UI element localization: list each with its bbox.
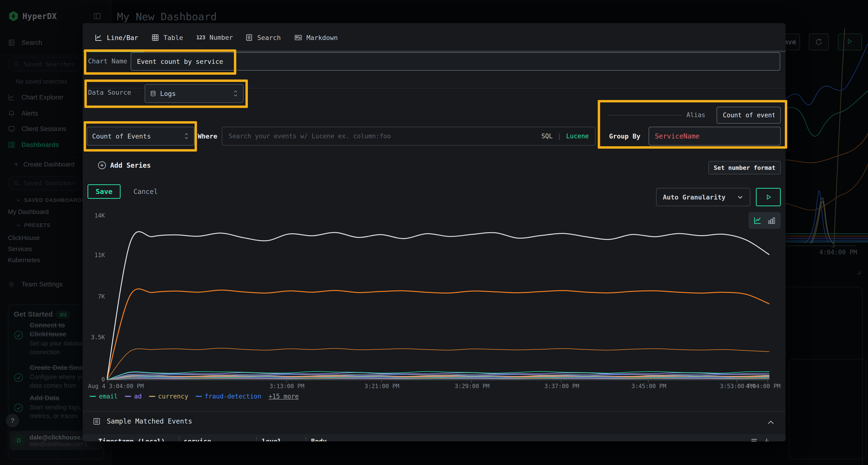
data-source-value: Logs <box>160 90 176 97</box>
chart-legend: email ad currency fraud-detection +15 mo… <box>90 393 299 400</box>
y-axis-tick: 3.5K <box>83 334 105 341</box>
list-icon <box>93 418 100 425</box>
legend-item-fraud-detection[interactable]: fraud-detection <box>195 393 261 400</box>
column-separator[interactable] <box>256 437 257 441</box>
column-separator[interactable] <box>179 437 180 441</box>
y-axis-tick: 11K <box>83 252 105 259</box>
column-body[interactable]: Body <box>311 437 327 441</box>
table-icon <box>151 34 159 41</box>
legend-more-link[interactable]: +15 more <box>269 393 299 400</box>
download-icon[interactable] <box>763 437 770 441</box>
line-chart-icon <box>95 34 102 41</box>
list-icon <box>245 34 253 41</box>
legend-label: ad <box>134 393 142 400</box>
x-axis-tick: 3:21:00 PM <box>365 383 400 390</box>
run-query-button[interactable] <box>756 188 781 206</box>
select-chevrons-icon <box>233 89 238 98</box>
tabs-underline-track <box>83 51 785 52</box>
aggregation-value: Count of Events <box>92 133 151 140</box>
column-timestamp[interactable]: Timestamp (Local) <box>98 437 165 441</box>
language-lucene-toggle[interactable]: Lucene <box>566 133 589 140</box>
events-table-header: Timestamp (Local) service level Body <box>83 434 785 441</box>
data-source-select[interactable]: Logs <box>145 84 244 103</box>
column-separator[interactable] <box>305 437 306 441</box>
legend-item-currency[interactable]: currency <box>149 393 188 400</box>
y-axis-tick: 7K <box>83 293 105 300</box>
x-axis-tick: 3:37:00 PM <box>545 383 579 390</box>
group-by-label: Group By <box>609 133 641 140</box>
tab-line-bar[interactable]: Line/Bar <box>95 34 138 41</box>
where-label: Where <box>198 133 217 140</box>
legend-item-email[interactable]: email <box>90 393 118 400</box>
legend-label: email <box>99 393 118 400</box>
legend-swatch <box>195 396 202 397</box>
column-level[interactable]: level <box>262 437 281 441</box>
tab-table[interactable]: Table <box>151 34 183 41</box>
tab-label: Table <box>163 34 183 41</box>
play-icon <box>765 194 772 201</box>
add-series-label: Add Series <box>110 161 151 169</box>
tab-label: Search <box>257 34 281 41</box>
legend-label: fraud-detection <box>205 393 261 400</box>
language-sql-toggle[interactable]: SQL <box>541 133 553 140</box>
granularity-value: Auto Granularity <box>663 194 725 201</box>
legend-swatch <box>125 396 131 397</box>
chevron-down-icon <box>737 194 744 200</box>
alias-label: Alias <box>686 111 705 119</box>
database-icon <box>150 90 156 97</box>
tab-label: Markdown <box>306 34 338 41</box>
legend-swatch <box>149 396 155 397</box>
legend-swatch <box>90 396 96 397</box>
tabs-active-underline <box>87 51 144 52</box>
language-separator: | <box>557 133 561 140</box>
divider <box>83 411 785 411</box>
tab-label: Line/Bar <box>107 34 138 41</box>
hyperdx-app: HyperDX Search No saved searches Chart E… <box>0 0 868 465</box>
y-axis-tick: 14K <box>83 212 105 219</box>
granularity-select[interactable]: Auto Granularity <box>656 188 750 206</box>
set-number-format-button[interactable]: Set number format <box>708 161 781 174</box>
x-axis-tick: Aug 4 3:04:00 PM <box>88 383 144 390</box>
plus-circle-icon <box>98 161 106 170</box>
add-series-button[interactable]: Add Series <box>98 161 151 170</box>
legend-label: currency <box>158 393 188 400</box>
preview-chart[interactable] <box>107 214 769 383</box>
save-button[interactable]: Save <box>88 184 121 199</box>
aggregation-select[interactable]: Count of Events <box>87 127 194 145</box>
alias-rule <box>608 115 682 115</box>
group-by-input[interactable] <box>649 127 781 145</box>
tab-number[interactable]: 123 Number <box>196 34 233 41</box>
x-axis-tick: 3:13:00 PM <box>270 383 305 390</box>
sample-events-title: Sample Matched Events <box>107 417 192 425</box>
x-axis-tick: 3:45:00 PM <box>631 383 666 390</box>
select-chevrons-icon <box>184 132 189 140</box>
x-axis-tick: 3:29:00 PM <box>455 383 490 390</box>
where-search-box: SQL | Lucene <box>222 127 595 145</box>
alias-input[interactable] <box>717 107 781 124</box>
legend-item-ad[interactable]: ad <box>125 393 142 400</box>
chevron-up-icon[interactable] <box>767 418 775 427</box>
tab-label: Number <box>210 34 233 41</box>
tab-markdown[interactable]: Markdown <box>294 34 338 41</box>
y-axis-tick: 0 <box>83 376 105 383</box>
wrap-lines-icon[interactable] <box>751 437 758 441</box>
markdown-icon <box>294 34 302 41</box>
number-123-icon: 123 <box>196 34 205 40</box>
where-input[interactable] <box>228 133 536 140</box>
chart-name-label: Chart Name <box>88 57 127 65</box>
edit-chart-modal: Line/Bar Table 123 Number Search Markdow… <box>83 23 785 441</box>
column-service[interactable]: service <box>184 437 211 441</box>
tab-search[interactable]: Search <box>245 34 281 41</box>
cancel-button[interactable]: Cancel <box>130 184 161 199</box>
x-axis-tick: 4:04:00 PM <box>746 383 781 390</box>
chart-name-input[interactable] <box>131 52 780 71</box>
sample-events-header: Sample Matched Events <box>93 417 192 425</box>
data-source-label: Data Source <box>88 89 131 96</box>
